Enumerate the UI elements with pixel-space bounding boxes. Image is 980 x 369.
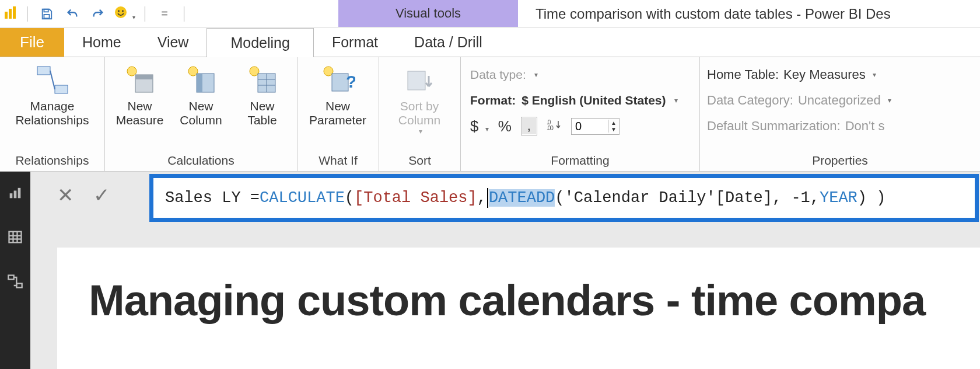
- tab-format[interactable]: Format: [314, 27, 396, 57]
- decimal-icon: .0.00: [547, 119, 562, 134]
- chevron-down-icon: ▾: [674, 96, 678, 105]
- group-relationships: Manage Relationships Relationships: [0, 57, 105, 171]
- redo-button[interactable]: [88, 4, 108, 24]
- svg-point-5: [115, 6, 127, 18]
- qat-customize[interactable]: =: [155, 4, 174, 24]
- svg-rect-8: [37, 67, 50, 75]
- chevron-down-icon: ▾: [888, 96, 891, 105]
- app-icon: [4, 6, 18, 22]
- chevron-down-icon: ▾: [534, 71, 538, 79]
- svg-text:?: ?: [346, 72, 355, 91]
- home-table-dropdown[interactable]: Home Table: Key Measures ▾: [707, 62, 973, 88]
- data-type-dropdown[interactable]: Data type: ▾: [470, 62, 690, 88]
- group-sort: Sort by Column ▾ Sort: [379, 57, 461, 171]
- svg-rect-4: [44, 14, 49, 18]
- title-bar: ▾ = Visual tools Time comparison with cu…: [0, 0, 980, 28]
- new-measure-button[interactable]: New Measure: [113, 63, 166, 127]
- svg-rect-13: [135, 75, 153, 79]
- svg-text:.00: .00: [547, 125, 554, 131]
- currency-button[interactable]: $ ▾: [470, 117, 489, 135]
- decimals-input[interactable]: ▲▼: [571, 118, 620, 135]
- group-properties: Home Table: Key Measures ▾ Data Category…: [700, 57, 980, 171]
- new-parameter-button[interactable]: ? New Parameter: [306, 63, 370, 127]
- svg-point-7: [122, 10, 124, 12]
- tab-home[interactable]: Home: [64, 27, 139, 57]
- group-calculations: New Measure New Column New Table Calcula…: [105, 57, 298, 171]
- svg-rect-16: [197, 74, 202, 92]
- thousands-separator-toggle[interactable]: ,: [521, 117, 537, 135]
- svg-rect-0: [5, 12, 8, 19]
- svg-rect-2: [13, 6, 16, 19]
- relationships-icon: [34, 63, 71, 98]
- manage-relationships-button[interactable]: Manage Relationships: [8, 63, 96, 127]
- group-label: Relationships: [0, 151, 104, 171]
- file-tab[interactable]: File: [0, 27, 64, 57]
- window-title: Time comparison with custom date tables …: [536, 0, 891, 28]
- svg-point-6: [118, 10, 120, 12]
- feedback-smiley[interactable]: ▾: [114, 5, 135, 23]
- table-icon: [244, 63, 281, 98]
- group-formatting: Data type: ▾ Format: $ English (United S…: [461, 57, 700, 171]
- format-dropdown[interactable]: Format: $ English (United States) ▾: [470, 88, 690, 113]
- new-column-button[interactable]: New Column: [174, 63, 228, 127]
- column-icon: [183, 63, 220, 98]
- data-category-dropdown[interactable]: Data Category: Uncategorized ▾: [707, 88, 973, 113]
- svg-rect-3: [44, 9, 48, 12]
- spinner[interactable]: ▲▼: [608, 120, 619, 133]
- ribbon: Manage Relationships Relationships New M…: [0, 57, 980, 172]
- save-button[interactable]: [37, 4, 57, 24]
- chevron-down-icon: ▾: [873, 71, 876, 79]
- undo-button[interactable]: [62, 4, 82, 24]
- contextual-tab-group: Visual tools: [338, 0, 518, 27]
- default-summarization-dropdown[interactable]: Default Summarization: Don't s: [707, 113, 973, 139]
- percent-button[interactable]: %: [498, 117, 512, 135]
- group-whatif: ? New Parameter What If: [298, 57, 379, 171]
- chevron-down-icon: ▾: [132, 14, 135, 20]
- sort-by-column-button[interactable]: Sort by Column ▾: [387, 63, 452, 135]
- parameter-icon: ?: [319, 63, 356, 98]
- svg-rect-25: [408, 71, 425, 90]
- sort-icon: [401, 63, 438, 98]
- tab-data-drill[interactable]: Data / Drill: [396, 27, 501, 57]
- label: Manage Relationships: [15, 99, 89, 127]
- svg-line-10: [50, 71, 55, 89]
- quick-access-toolbar: ▾ =: [0, 4, 188, 24]
- ribbon-tabstrip: File Home View Modeling Format Data / Dr…: [0, 28, 980, 57]
- svg-rect-1: [9, 9, 12, 19]
- svg-rect-9: [55, 85, 68, 93]
- measure-icon: [121, 63, 159, 98]
- tab-modeling[interactable]: Modeling: [206, 28, 313, 57]
- chevron-down-icon: ▾: [419, 127, 422, 135]
- tab-view[interactable]: View: [139, 27, 207, 57]
- new-table-button[interactable]: New Table: [236, 63, 289, 127]
- decimals-field[interactable]: [572, 119, 608, 134]
